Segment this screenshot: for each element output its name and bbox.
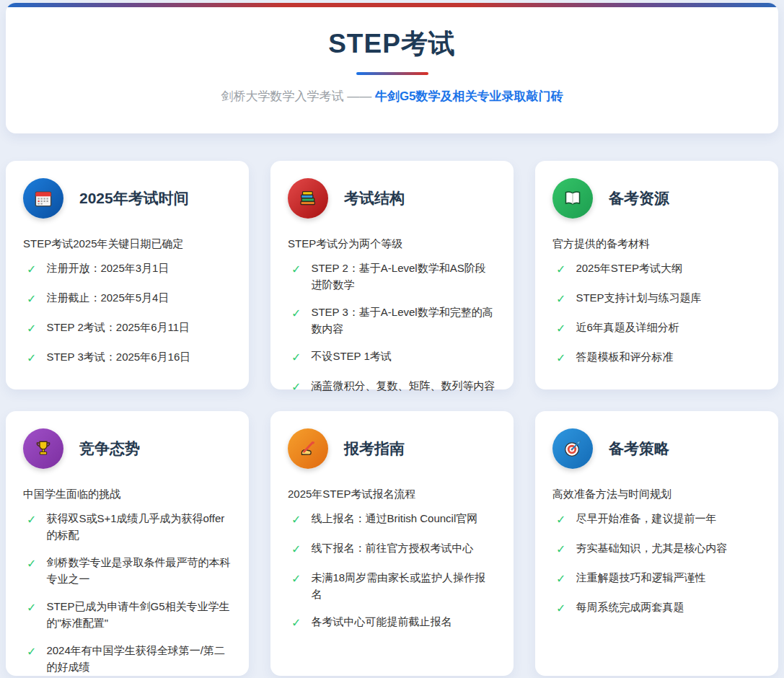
card-header: 备考资源 <box>552 178 761 219</box>
list-item-text: 涵盖微积分、复数、矩阵、数列等内容 <box>311 378 495 395</box>
page-title: STEP考试 <box>6 26 778 62</box>
list-item: ✓未满18周岁需由家长或监护人操作报名 <box>291 570 496 602</box>
list-item-text: 未满18周岁需由家长或监护人操作报名 <box>311 570 496 602</box>
list-item-text: 每周系统完成两套真题 <box>576 599 684 616</box>
list-item: ✓近6年真题及详细分析 <box>556 320 761 338</box>
list-item: ✓线下报名：前往官方授权考试中心 <box>291 540 496 558</box>
card-header: 2025年考试时间 <box>23 178 232 219</box>
card-registration-guide: 报考指南 2025年STEP考试报名流程 ✓线上报名：通过British Cou… <box>270 411 514 676</box>
target-icon <box>552 428 593 469</box>
subtitle-plain: 剑桥大学数学入学考试 —— <box>221 89 371 103</box>
list-item-text: 2024年有中国学生获得全球第一/第二的好成绩 <box>46 643 232 675</box>
list-item-text: 线下报名：前往官方授权考试中心 <box>311 540 473 557</box>
check-icon: ✓ <box>556 571 565 588</box>
list-item: ✓注重解题技巧和逻辑严谨性 <box>556 570 761 588</box>
list-item-text: 注重解题技巧和逻辑严谨性 <box>576 570 705 586</box>
list-item: ✓不设STEP 1考试 <box>291 348 496 366</box>
card-description: STEP考试分为两个等级 <box>288 237 496 251</box>
check-icon: ✓ <box>291 615 301 632</box>
list-item-text: STEP支持计划与练习题库 <box>576 290 701 307</box>
card-title: 2025年考试时间 <box>79 188 189 208</box>
check-icon: ✓ <box>556 291 565 308</box>
check-icon: ✓ <box>291 541 301 558</box>
card-title: 备考策略 <box>609 439 669 459</box>
card-item-list: ✓2025年STEP考试大纲 ✓STEP支持计划与练习题库 ✓近6年真题及详细分… <box>552 260 761 367</box>
check-icon: ✓ <box>291 349 301 366</box>
list-item-text: 尽早开始准备，建议提前一年 <box>576 511 716 527</box>
page-subtitle: 剑桥大学数学入学考试 —— 牛剑G5数学及相关专业录取敲门砖 <box>6 88 778 105</box>
list-item-text: STEP 3考试：2025年6月16日 <box>46 349 190 366</box>
card-exam-dates: 2025年考试时间 STEP考试2025年关键日期已确定 ✓注册开放：2025年… <box>6 161 249 389</box>
list-item: ✓注册开放：2025年3月1日 <box>27 260 232 278</box>
card-item-list: ✓STEP 2：基于A-Level数学和AS阶段进阶数学 ✓STEP 3：基于A… <box>288 260 496 396</box>
header-card: STEP考试 剑桥大学数学入学考试 —— 牛剑G5数学及相关专业录取敲门砖 <box>6 3 778 133</box>
check-icon: ✓ <box>27 555 36 573</box>
list-item: ✓剑桥数学专业是录取条件最严苛的本科专业之一 <box>27 555 232 587</box>
list-item-text: 不设STEP 1考试 <box>311 348 391 365</box>
title-divider <box>356 72 428 75</box>
check-icon: ✓ <box>556 350 565 367</box>
list-item: ✓2025年STEP考试大纲 <box>556 260 761 278</box>
calendar-icon <box>23 178 63 219</box>
list-item-text: 剑桥数学专业是录取条件最严苛的本科专业之一 <box>46 555 232 587</box>
card-header: 竞争态势 <box>23 428 232 469</box>
check-icon: ✓ <box>291 571 301 588</box>
list-item-text: STEP 3：基于A-Level数学和完整的高数内容 <box>311 304 496 337</box>
card-description: 官方提供的备考材料 <box>552 237 761 251</box>
card-competition: 竞争态势 中国学生面临的挑战 ✓获得双S或S+1成绩几乎成为获得offer的标配… <box>6 411 249 676</box>
list-item: ✓涵盖微积分、复数、矩阵、数列等内容 <box>291 378 496 396</box>
list-item-text: STEP 2考试：2025年6月11日 <box>46 320 190 336</box>
card-description: 高效准备方法与时间规划 <box>552 488 761 501</box>
check-icon: ✓ <box>27 511 36 529</box>
list-item-text: 注册开放：2025年3月1日 <box>46 260 169 277</box>
card-title: 考试结构 <box>344 188 405 208</box>
list-item: ✓STEP 2考试：2025年6月11日 <box>27 320 232 338</box>
list-item: ✓每周系统完成两套真题 <box>556 599 761 617</box>
list-item-text: 2025年STEP考试大纲 <box>576 260 682 277</box>
check-icon: ✓ <box>27 261 36 278</box>
card-header: 考试结构 <box>288 178 496 219</box>
check-icon: ✓ <box>556 541 565 558</box>
list-item: ✓线上报名：通过British Council官网 <box>291 511 496 529</box>
list-item: ✓答题模板和评分标准 <box>556 349 761 367</box>
list-item: ✓STEP支持计划与练习题库 <box>556 290 761 308</box>
card-header: 报考指南 <box>288 428 496 469</box>
subtitle-highlight: 牛剑G5数学及相关专业录取敲门砖 <box>375 89 563 103</box>
card-title: 报考指南 <box>344 439 405 459</box>
list-item-text: STEP已成为申请牛剑G5相关专业学生的"标准配置" <box>46 599 232 631</box>
card-item-list: ✓注册开放：2025年3月1日 ✓注册截止：2025年5月4日 ✓STEP 2考… <box>23 260 232 367</box>
check-icon: ✓ <box>556 511 565 529</box>
check-icon: ✓ <box>556 320 565 338</box>
list-item-text: 夯实基础知识，尤其是核心内容 <box>576 540 727 557</box>
check-icon: ✓ <box>291 261 301 278</box>
list-item-text: STEP 2：基于A-Level数学和AS阶段进阶数学 <box>311 260 496 293</box>
page: STEP考试 剑桥大学数学入学考试 —— 牛剑G5数学及相关专业录取敲门砖 <box>0 3 784 678</box>
list-item: ✓STEP已成为申请牛剑G5相关专业学生的"标准配置" <box>27 599 232 631</box>
list-item: ✓获得双S或S+1成绩几乎成为获得offer的标配 <box>27 511 232 543</box>
check-icon: ✓ <box>27 643 36 661</box>
trophy-icon <box>23 428 63 469</box>
check-icon: ✓ <box>27 599 36 617</box>
card-item-list: ✓获得双S或S+1成绩几乎成为获得offer的标配 ✓剑桥数学专业是录取条件最严… <box>23 511 232 675</box>
card-title: 竞争态势 <box>79 439 140 459</box>
cards-grid: 2025年考试时间 STEP考试2025年关键日期已确定 ✓注册开放：2025年… <box>6 161 778 676</box>
gradient-top-bar <box>6 3 778 7</box>
open-book-icon <box>552 178 593 219</box>
list-item-text: 近6年真题及详细分析 <box>576 320 679 336</box>
card-exam-structure: 考试结构 STEP考试分为两个等级 ✓STEP 2：基于A-Level数学和AS… <box>270 161 514 389</box>
check-icon: ✓ <box>556 600 565 617</box>
check-icon: ✓ <box>291 511 301 529</box>
list-item: ✓夯实基础知识，尤其是核心内容 <box>556 540 761 558</box>
card-header: 备考策略 <box>552 428 761 469</box>
list-item-text: 各考试中心可能提前截止报名 <box>311 614 452 630</box>
list-item-text: 答题模板和评分标准 <box>576 349 673 366</box>
card-title: 备考资源 <box>609 188 669 208</box>
list-item: ✓尽早开始准备，建议提前一年 <box>556 511 761 529</box>
card-description: STEP考试2025年关键日期已确定 <box>23 237 232 251</box>
books-icon <box>288 178 328 219</box>
card-item-list: ✓线上报名：通过British Council官网 ✓线下报名：前往官方授权考试… <box>288 511 496 632</box>
card-prep-strategy: 备考策略 高效准备方法与时间规划 ✓尽早开始准备，建议提前一年 ✓夯实基础知识，… <box>535 411 778 676</box>
card-prep-resources: 备考资源 官方提供的备考材料 ✓2025年STEP考试大纲 ✓STEP支持计划与… <box>535 161 778 389</box>
list-item-text: 线上报名：通过British Council官网 <box>311 511 477 527</box>
card-description: 中国学生面临的挑战 <box>23 488 232 501</box>
